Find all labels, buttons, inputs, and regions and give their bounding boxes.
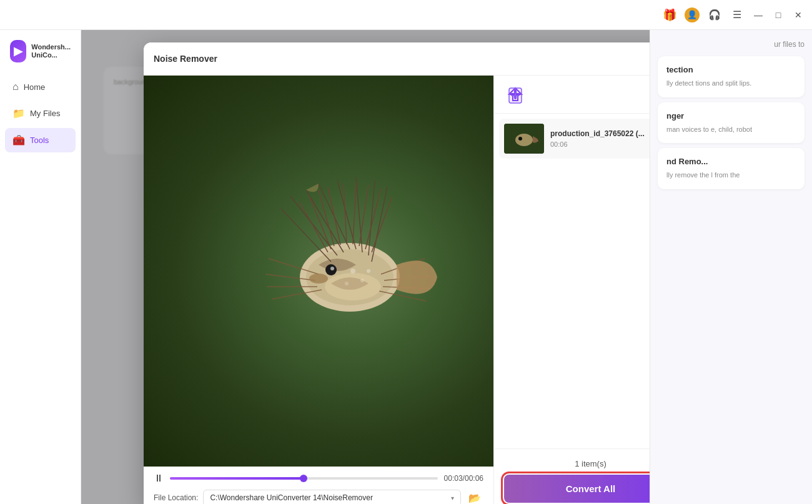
dropdown-arrow-icon: ▾ xyxy=(451,495,454,502)
svg-line-16 xyxy=(359,185,369,246)
headset-icon[interactable]: 🎧 xyxy=(707,7,722,22)
sidebar-nav: ⌂ Home 📁 My Files 🧰 Tools xyxy=(0,75,81,152)
file-location-text: C:\Wondershare UniConverter 14\NoiseRemo… xyxy=(210,493,373,502)
play-pause-button[interactable]: ⏸ xyxy=(154,473,164,484)
sidebar-item-myfiles-label: My Files xyxy=(30,109,60,118)
video-preview xyxy=(144,76,493,467)
svg-point-46 xyxy=(518,137,522,141)
modal-header: Noise Remover ✕ xyxy=(144,42,650,76)
items-count: 1 item(s) xyxy=(504,459,650,468)
file-info: production_id_3765022 (... 00:06 xyxy=(550,129,650,148)
sidebar-item-tools[interactable]: 🧰 Tools xyxy=(5,128,76,152)
right-tool-title-2: nger xyxy=(666,111,796,121)
fish-svg xyxy=(194,115,493,427)
file-thumb-image xyxy=(504,124,544,154)
myfiles-icon: 📁 xyxy=(12,107,25,119)
svg-line-5 xyxy=(356,177,362,252)
time-display: 00:03/00:06 xyxy=(444,474,483,483)
right-panel-header-text: ur files to xyxy=(658,40,805,51)
sidebar-item-home-label: Home xyxy=(24,82,46,92)
svg-line-15 xyxy=(353,182,356,244)
video-controls: ⏸ 00:03/00:06 File Location: C: xyxy=(144,467,493,504)
svg-line-2 xyxy=(306,190,344,252)
file-thumbnail xyxy=(504,124,544,154)
file-location-label: File Location: xyxy=(154,493,198,502)
sidebar-logo: ▶ Wondersh... UniCo... xyxy=(0,40,81,75)
file-panel-toolbar xyxy=(494,76,650,114)
add-files-icon xyxy=(504,83,527,106)
sidebar-item-tools-label: Tools xyxy=(30,136,49,145)
right-tool-card-1: tection lly detect tions and split lips. xyxy=(658,56,805,97)
right-tool-desc-1: lly detect tions and split lips. xyxy=(666,78,796,89)
progress-row: ⏸ 00:03/00:06 xyxy=(154,473,483,484)
logo-text-line2: UniCo... xyxy=(31,51,71,59)
app-container: ▶ Wondersh... UniCo... ⌂ Home 📁 My Files… xyxy=(0,30,812,504)
sidebar-item-myfiles[interactable]: 📁 My Files xyxy=(5,101,76,126)
progress-fill xyxy=(170,477,304,480)
app-logo-text: Wondersh... UniCo... xyxy=(31,43,71,59)
svg-point-30 xyxy=(350,269,355,274)
svg-point-45 xyxy=(515,134,533,146)
right-tool-title-1: tection xyxy=(666,65,796,74)
maximize-button[interactable]: □ xyxy=(772,9,785,21)
close-button[interactable]: ✕ xyxy=(792,9,805,21)
svg-line-18 xyxy=(372,196,392,252)
thumb-fish-icon xyxy=(504,124,544,154)
sidebar: ▶ Wondersh... UniCo... ⌂ Home 📁 My Files… xyxy=(0,30,81,504)
svg-point-28 xyxy=(330,267,334,270)
modal-body: ⏸ 00:03/00:06 File Location: C: xyxy=(144,76,650,504)
folder-browse-button[interactable]: 📂 xyxy=(466,489,483,504)
right-tool-desc-2: man voices to e, child, robot xyxy=(666,124,796,135)
logo-text-line1: Wondersh... xyxy=(31,43,71,51)
menu-icon[interactable]: ☰ xyxy=(730,7,745,22)
right-tool-card-3: nd Remo... lly remove the l from the xyxy=(658,148,805,189)
user-icon[interactable]: 👤 xyxy=(685,7,700,22)
file-name: production_id_3765022 (... xyxy=(550,129,650,138)
tools-icon: 🧰 xyxy=(12,134,25,146)
file-duration: 00:06 xyxy=(550,141,650,148)
minimize-button[interactable]: — xyxy=(752,9,765,21)
file-location-input[interactable]: C:\Wondershare UniConverter 14\NoiseRemo… xyxy=(203,490,461,504)
file-panel-footer: 1 item(s) Convert All xyxy=(494,448,650,504)
home-icon: ⌂ xyxy=(12,81,19,92)
right-tool-title-3: nd Remo... xyxy=(666,157,796,166)
add-files-button[interactable] xyxy=(504,83,527,106)
app-logo-icon: ▶ xyxy=(10,40,26,62)
sidebar-item-home[interactable]: ⌂ Home xyxy=(5,75,76,99)
video-section: ⏸ 00:03/00:06 File Location: C: xyxy=(144,76,493,504)
right-panel: ur files to tection lly detect tions and… xyxy=(650,30,812,504)
noise-remover-modal: Noise Remover ✕ xyxy=(144,42,650,504)
right-tool-card-2: nger man voices to e, child, robot xyxy=(658,102,805,144)
file-list-item[interactable]: production_id_3765022 (... 00:06 xyxy=(499,119,650,159)
convert-all-button[interactable]: Convert All xyxy=(504,475,650,503)
file-list: production_id_3765022 (... 00:06 xyxy=(494,114,650,448)
gift-icon[interactable]: 🎁 xyxy=(662,7,677,22)
video-frame xyxy=(144,76,493,467)
right-tool-desc-3: lly remove the l from the xyxy=(666,170,796,180)
svg-point-32 xyxy=(367,269,370,273)
svg-point-29 xyxy=(309,274,328,284)
progress-bar[interactable] xyxy=(170,477,438,480)
modal-title: Noise Remover xyxy=(154,54,217,64)
video-background xyxy=(144,76,493,467)
main-content: ur files to background with AI. videos f… xyxy=(81,30,650,504)
file-location-row: File Location: C:\Wondershare UniConvert… xyxy=(154,489,483,504)
titlebar: 🎁 👤 🎧 ☰ — □ ✕ xyxy=(0,0,812,30)
modal-overlay: Noise Remover ✕ xyxy=(81,30,650,504)
progress-thumb[interactable] xyxy=(300,475,307,482)
svg-point-34 xyxy=(325,273,381,300)
file-panel: production_id_3765022 (... 00:06 1 item(… xyxy=(493,76,650,504)
titlebar-action-icons: 🎁 👤 🎧 ☰ — □ ✕ xyxy=(662,7,805,22)
